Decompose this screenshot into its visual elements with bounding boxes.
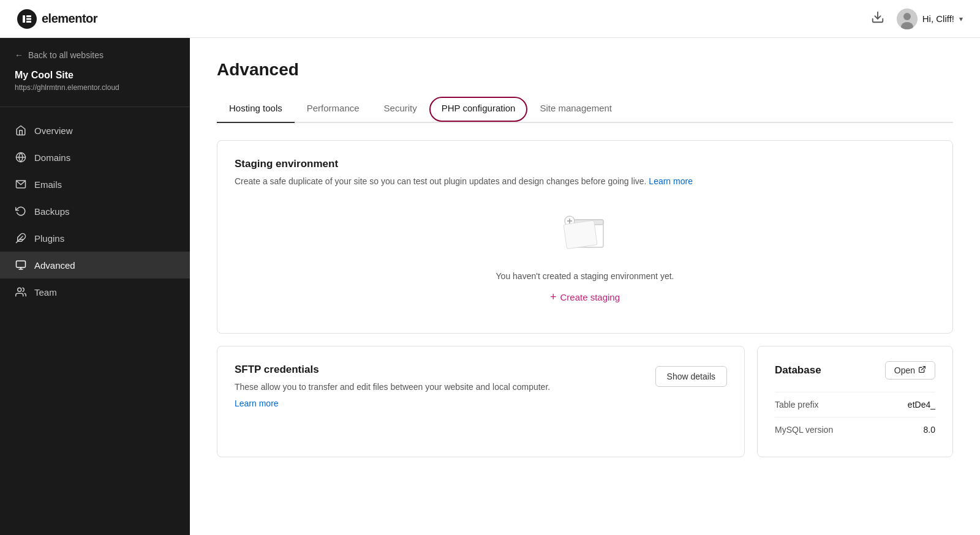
sidebar-item-advanced[interactable]: Advanced <box>0 252 190 279</box>
external-link-icon <box>918 365 926 375</box>
svg-rect-1 <box>26 15 31 17</box>
tab-security[interactable]: Security <box>372 97 429 123</box>
email-icon <box>15 178 27 190</box>
main-content: Advanced Hosting tools Performance Secur… <box>190 38 980 535</box>
sidebar-item-overview[interactable]: Overview <box>0 117 190 144</box>
sftp-card-left: SFTP credentials These allow you to tran… <box>235 364 643 409</box>
site-url: https://ghlrmtnn.elementor.cloud <box>15 83 175 92</box>
create-staging-button[interactable]: + Create staging <box>550 291 620 304</box>
tab-hosting-tools[interactable]: Hosting tools <box>217 97 295 123</box>
site-name: My Cool Site <box>15 70 175 81</box>
header-right: Hi, Cliff! ▾ <box>871 9 963 29</box>
globe-icon <box>15 151 27 163</box>
database-card-title: Database <box>775 364 821 376</box>
staging-desc-text: Create a safe duplicate of your site so … <box>235 176 646 186</box>
staging-card-title: Staging environment <box>235 158 935 170</box>
download-icon[interactable] <box>871 10 884 27</box>
svg-rect-3 <box>26 21 31 23</box>
sidebar-item-team[interactable]: Team <box>0 279 190 305</box>
sidebar: ← Back to all websites My Cool Site http… <box>0 38 190 535</box>
page-title: Advanced <box>217 60 953 80</box>
sftp-card-desc: These allow you to transfer and edit fil… <box>235 381 643 394</box>
sidebar-item-backups[interactable]: Backups <box>0 198 190 225</box>
bottom-cards-row: SFTP credentials These allow you to tran… <box>217 346 953 457</box>
tab-site-management[interactable]: Site management <box>527 97 624 123</box>
main-layout: ← Back to all websites My Cool Site http… <box>0 38 980 535</box>
staging-learn-more-link[interactable]: Learn more <box>649 176 693 186</box>
database-open-button[interactable]: Open <box>885 361 935 380</box>
sidebar-nav: Overview Domains <box>0 107 190 315</box>
advanced-icon <box>15 259 27 271</box>
svg-rect-24 <box>564 220 597 249</box>
site-info: My Cool Site https://ghlrmtnn.elementor.… <box>0 70 190 107</box>
user-area[interactable]: Hi, Cliff! ▾ <box>897 9 963 29</box>
user-greeting: Hi, Cliff! <box>922 13 954 24</box>
chevron-down-icon: ▾ <box>959 15 963 23</box>
sidebar-item-plugins[interactable]: Plugins <box>0 225 190 252</box>
sidebar-item-domains-label: Domains <box>34 152 70 163</box>
sftp-card-title: SFTP credentials <box>235 364 643 376</box>
staging-illustration: STG <box>551 208 619 259</box>
sftp-credentials-card: SFTP credentials These allow you to tran… <box>217 346 745 457</box>
mysql-version-label: MySQL version <box>775 425 833 435</box>
database-row-mysql-version: MySQL version 8.0 <box>775 417 935 442</box>
sidebar-item-plugins-label: Plugins <box>34 233 64 244</box>
sidebar-item-backups-label: Backups <box>34 206 70 217</box>
sidebar-item-emails[interactable]: Emails <box>0 171 190 198</box>
sidebar-item-overview-label: Overview <box>34 125 73 136</box>
open-button-label: Open <box>894 365 915 375</box>
sftp-learn-more-link[interactable]: Learn more <box>235 398 279 408</box>
elementor-logo-icon <box>17 9 37 29</box>
plus-icon: + <box>550 291 557 304</box>
tabs-bar: Hosting tools Performance Security PHP c… <box>217 97 953 123</box>
staging-empty-text: You haven't created a staging environmen… <box>496 271 674 281</box>
logo-text: elementor <box>42 12 97 26</box>
svg-rect-13 <box>17 261 26 268</box>
svg-line-25 <box>921 367 925 370</box>
tab-performance[interactable]: Performance <box>295 97 372 123</box>
database-row-table-prefix: Table prefix etDe4_ <box>775 392 935 417</box>
sidebar-item-emails-label: Emails <box>34 179 62 190</box>
staging-card-desc: Create a safe duplicate of your site so … <box>235 175 935 188</box>
table-prefix-label: Table prefix <box>775 400 819 410</box>
database-card-header: Database Open <box>775 361 935 380</box>
sidebar-item-team-label: Team <box>34 287 57 297</box>
svg-rect-2 <box>26 18 31 20</box>
backup-icon <box>15 205 27 217</box>
mysql-version-value: 8.0 <box>924 425 935 435</box>
back-link-label: Back to all websites <box>28 50 104 60</box>
top-header: elementor Hi, Cliff! ▾ <box>0 0 980 38</box>
logo-area: elementor <box>17 9 97 29</box>
sidebar-item-advanced-label: Advanced <box>34 260 75 271</box>
staging-environment-card: Staging environment Create a safe duplic… <box>217 140 953 334</box>
avatar <box>897 9 918 29</box>
back-arrow-icon: ← <box>15 50 23 60</box>
home-icon <box>15 124 27 137</box>
svg-rect-0 <box>23 15 25 23</box>
show-details-button[interactable]: Show details <box>655 366 727 387</box>
svg-point-16 <box>18 288 21 291</box>
team-icon <box>15 286 27 298</box>
svg-point-6 <box>903 13 911 20</box>
database-card: Database Open Table prefix <box>757 346 953 457</box>
staging-empty-state: STG You haven't created a staging enviro… <box>235 188 935 316</box>
create-staging-label: Create staging <box>560 292 620 302</box>
plugins-icon <box>15 232 27 244</box>
table-prefix-value: etDe4_ <box>908 400 935 410</box>
tab-php-configuration[interactable]: PHP configuration <box>429 97 528 122</box>
back-to-all-websites-link[interactable]: ← Back to all websites <box>0 50 190 70</box>
sftp-card-right: Show details <box>655 366 727 387</box>
sidebar-item-domains[interactable]: Domains <box>0 144 190 171</box>
